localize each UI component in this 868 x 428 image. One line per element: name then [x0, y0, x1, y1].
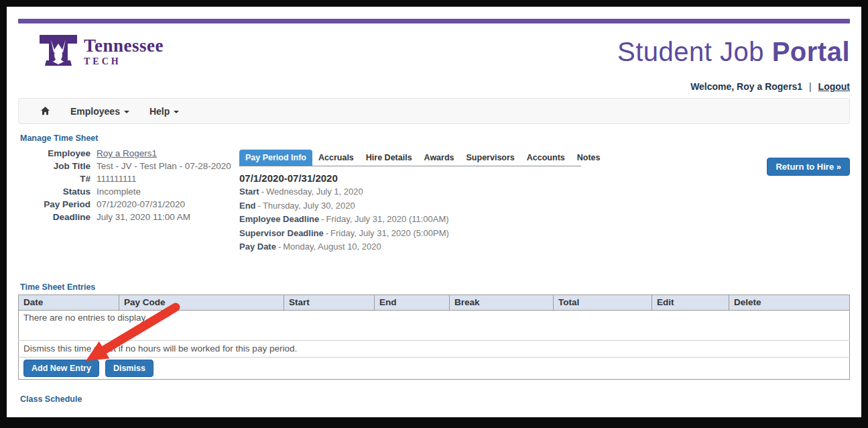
tennessee-tech-logo: Tennessee TECH — [40, 35, 164, 68]
add-new-entry-button[interactable]: Add New Entry — [23, 360, 99, 377]
field-row-tnumber: T# 111111111 — [18, 174, 239, 184]
table-actions: Add New Entry Dismiss — [23, 360, 845, 377]
row-separator: - — [321, 214, 324, 224]
nav-item-employees[interactable]: Employees — [70, 106, 129, 117]
field-row-job-title: Job Title Test - JV - Test Plan - 07-28-… — [18, 161, 239, 171]
row-label: End — [239, 201, 256, 211]
field-row-status: Status Incomplete — [18, 186, 239, 197]
masthead: Tennessee TECH Student Job Portal — [18, 32, 850, 72]
tab-accounts[interactable]: Accounts — [521, 150, 571, 166]
pay-period-row-employee-deadline: Employee Deadline-Friday, July 31, 2020 … — [239, 213, 581, 225]
caret-down-icon — [174, 111, 179, 113]
dismiss-button[interactable]: Dismiss — [105, 360, 153, 377]
field-value: 111111111 — [97, 174, 137, 184]
no-entries-message: There are no entries to display. — [19, 310, 850, 340]
column-header-pay-code: Pay Code — [119, 295, 284, 310]
tennessee-tech-eagle-icon — [40, 35, 77, 68]
return-to-hire-button[interactable]: Return to Hire » — [767, 158, 850, 176]
time-sheet-entries-table: Date Pay Code Start End Break Total Edit… — [18, 295, 850, 380]
column-header-start: Start — [284, 295, 375, 310]
field-value: July 31, 2020 11:00 AM — [97, 212, 190, 222]
row-separator: - — [261, 186, 264, 197]
tab-awards[interactable]: Awards — [418, 150, 460, 166]
field-value: Test - JV - Test Plan - 07-28-2020 — [97, 161, 231, 171]
page-title-bold: Portal — [772, 37, 850, 66]
page-title-regular: Student Job — [617, 37, 764, 66]
caret-down-icon — [124, 111, 129, 113]
employee-name-link[interactable]: Roy a Rogers1 — [97, 148, 157, 158]
welcome-bar: Welcome, Roy a Rogers1 | Logout — [18, 81, 850, 92]
field-label: T# — [18, 174, 90, 184]
row-value: Wednesday, July 1, 2020 — [266, 186, 363, 197]
class-schedule-title: Class Schedule — [20, 394, 850, 404]
field-row-deadline: Deadline July 31, 2020 11:00 AM — [18, 212, 239, 222]
row-label: Employee Deadline — [239, 214, 319, 224]
table-actions-row: Add New Entry Dismiss — [19, 357, 850, 379]
wordmark-line1: Tennessee — [84, 37, 164, 55]
column-header-date: Date — [19, 295, 119, 310]
pay-period-row-pay-date: Pay Date-Monday, August 10, 2020 — [239, 241, 581, 253]
return-button-area: Return to Hire » — [767, 148, 850, 253]
row-value: Friday, July 31, 2020 (11:00AM) — [326, 214, 449, 224]
table-header-row: Date Pay Code Start End Break Total Edit… — [19, 295, 850, 310]
logout-link[interactable]: Logout — [818, 81, 850, 92]
pay-period-row-end: End-Thursday, July 30, 2020 — [239, 200, 581, 212]
column-header-break: Break — [450, 295, 554, 310]
wordmark: Tennessee TECH — [84, 37, 164, 66]
column-header-total: Total — [554, 295, 652, 310]
table-row: There are no entries to display. — [19, 310, 850, 340]
manage-time-sheet-title: Manage Time Sheet — [20, 133, 850, 143]
page: Tennessee TECH Student Job Portal Welcom… — [7, 19, 861, 404]
row-value: Friday, July 31, 2020 (5:00PM) — [330, 228, 449, 238]
field-label: Job Title — [18, 161, 90, 171]
page-title: Student Job Portal — [617, 37, 850, 67]
pay-period-row-start: Start-Wednesday, July 1, 2020 — [239, 186, 581, 198]
field-row-pay-period: Pay Period 07/1/2020-07/31/2020 — [18, 199, 239, 209]
employee-details: Employee Roy a Rogers1 Job Title Test - … — [18, 148, 239, 253]
wordmark-line2: TECH — [84, 57, 164, 66]
tab-list: Pay Period Info Accruals Hire Details Aw… — [239, 150, 581, 166]
pay-period-range-heading: 07/1/2020-07/31/2020 — [239, 172, 581, 184]
field-row-employee: Employee Roy a Rogers1 — [18, 148, 239, 158]
column-header-edit: Edit — [652, 295, 729, 310]
row-separator: - — [326, 228, 328, 238]
column-header-delete: Delete — [729, 295, 850, 310]
tab-hire-details[interactable]: Hire Details — [360, 150, 418, 166]
nav-item-help-label: Help — [149, 106, 170, 117]
row-label: Supervisor Deadline — [239, 228, 324, 238]
row-label: Start — [239, 186, 259, 197]
field-label: Pay Period — [18, 199, 90, 209]
main-navbar: Employees Help — [18, 98, 850, 124]
tab-notes[interactable]: Notes — [571, 150, 607, 166]
dismiss-message: Dismiss this time sheet if no hours will… — [19, 340, 850, 357]
welcome-separator: | — [809, 81, 812, 92]
home-nav-button[interactable] — [40, 106, 50, 116]
table-row: Dismiss this time sheet if no hours will… — [19, 340, 850, 357]
row-value: Thursday, July 30, 2020 — [263, 201, 355, 211]
row-separator: - — [278, 242, 281, 252]
field-value: Incomplete — [97, 186, 141, 197]
nav-item-employees-label: Employees — [70, 106, 120, 117]
welcome-text: Welcome, Roy a Rogers1 — [690, 81, 802, 92]
field-label: Status — [18, 186, 90, 197]
row-separator: - — [258, 201, 261, 211]
screenshot-frame: Tennessee TECH Student Job Portal Welcom… — [0, 0, 868, 428]
row-label: Pay Date — [239, 242, 276, 252]
manage-time-sheet-section: Employee Roy a Rogers1 Job Title Test - … — [18, 148, 850, 253]
top-accent-bar — [18, 19, 850, 23]
pay-period-row-supervisor-deadline: Supervisor Deadline-Friday, July 31, 202… — [239, 227, 581, 239]
column-header-end: End — [375, 295, 450, 310]
tab-accruals[interactable]: Accruals — [312, 150, 360, 166]
time-sheet-entries-title: Time Sheet Entries — [20, 282, 850, 292]
row-value: Monday, August 10, 2020 — [283, 242, 381, 252]
home-icon — [40, 106, 50, 116]
field-value: 07/1/2020-07/31/2020 — [97, 199, 185, 209]
nav-item-help[interactable]: Help — [149, 106, 179, 117]
tab-supervisors[interactable]: Supervisors — [460, 150, 521, 166]
field-label: Deadline — [18, 212, 90, 222]
field-label: Employee — [18, 148, 90, 158]
tab-pay-period-info[interactable]: Pay Period Info — [239, 150, 312, 166]
pay-period-tabs-panel: Pay Period Info Accruals Hire Details Aw… — [239, 150, 581, 253]
